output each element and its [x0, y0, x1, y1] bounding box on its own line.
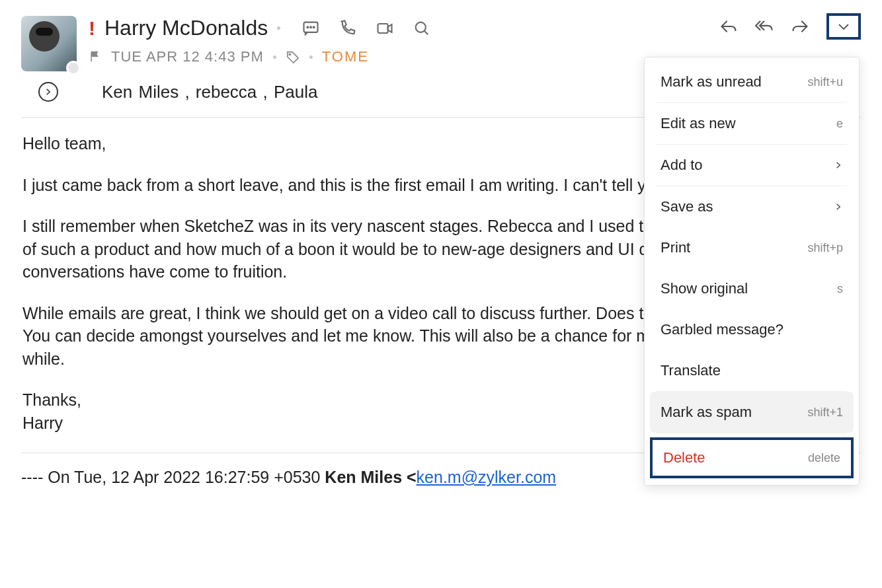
reply-all-icon[interactable] [755, 17, 774, 36]
flag-icon[interactable] [89, 50, 102, 63]
recipients-list[interactable]: Ken Miles , rebecca , Paula [102, 82, 318, 102]
sender-name[interactable]: Harry McDonalds [104, 16, 268, 40]
search-icon[interactable] [413, 19, 431, 38]
menu-item-shortcut: shift+p [807, 241, 843, 255]
menu-separator [657, 433, 847, 433]
menu-item-garbled-message[interactable]: Garbled message? [645, 309, 859, 350]
forward-icon[interactable] [791, 17, 809, 36]
menu-item-label: Mark as unread [661, 73, 762, 91]
tag-label[interactable]: TOME [322, 48, 369, 65]
quote-bracket: < [402, 468, 417, 486]
reply-icon[interactable] [719, 17, 738, 36]
svg-point-2 [310, 26, 311, 28]
quote-prefix: ---- On Tue, 12 Apr 2022 16:27:59 +0530 [21, 468, 325, 486]
menu-item-shortcut: delete [808, 451, 840, 465]
menu-item-shortcut: shift+1 [807, 406, 843, 420]
menu-item-show-original[interactable]: Show originals [645, 268, 859, 309]
sender-avatar-wrap [21, 16, 77, 71]
menu-item-label: Translate [661, 362, 721, 379]
menu-item-label: Show original [661, 280, 748, 297]
menu-item-shortcut: e [836, 117, 843, 131]
menu-item-mark-as-spam[interactable]: Mark as spamshift+1 [650, 392, 854, 433]
svg-point-1 [307, 26, 309, 28]
expand-details-button[interactable] [38, 82, 58, 102]
message-timestamp: TUE APR 12 4:43 PM [111, 48, 264, 65]
menu-item-label: Garbled message? [661, 321, 783, 338]
svg-rect-4 [378, 24, 388, 33]
menu-item-edit-as-new[interactable]: Edit as newe [645, 103, 859, 144]
video-icon[interactable] [376, 19, 394, 38]
menu-item-label: Print [661, 239, 690, 256]
menu-item-label: Edit as new [661, 115, 736, 132]
menu-item-label: Delete [663, 449, 705, 466]
menu-item-mark-as-unread[interactable]: Mark as unreadshift+u [645, 61, 859, 102]
phone-icon[interactable] [339, 19, 357, 38]
more-actions-button[interactable] [826, 13, 861, 40]
chevron-right-icon [834, 198, 843, 215]
menu-item-shortcut: shift+u [807, 75, 843, 89]
separator-dot [277, 26, 280, 30]
message-toolbar [719, 13, 861, 40]
tag-icon[interactable] [286, 50, 300, 64]
menu-item-shortcut: s [837, 282, 843, 296]
separator-dot [309, 55, 313, 59]
menu-item-save-as[interactable]: Save as [645, 186, 859, 227]
priority-indicator: ! [89, 18, 95, 38]
menu-item-delete[interactable]: Deletedelete [650, 437, 854, 478]
separator-dot [273, 55, 276, 59]
svg-point-3 [313, 26, 315, 28]
chevron-right-icon [834, 157, 843, 174]
presence-status-dot [66, 61, 81, 75]
menu-item-label: Save as [661, 198, 713, 215]
chat-icon[interactable] [301, 19, 320, 38]
menu-item-translate[interactable]: Translate [645, 350, 859, 391]
menu-item-print[interactable]: Printshift+p [645, 227, 859, 268]
svg-point-6 [289, 54, 290, 55]
quote-sender-email[interactable]: ken.m@zylker.com [417, 468, 557, 486]
more-actions-menu: Mark as unreadshift+uEdit as neweAdd toS… [644, 57, 860, 486]
chevron-down-icon [836, 18, 852, 34]
menu-item-add-to[interactable]: Add to [645, 145, 859, 186]
menu-item-label: Add to [661, 157, 703, 174]
menu-item-label: Mark as spam [661, 404, 752, 421]
quote-sender-name: Ken Miles [325, 468, 402, 486]
